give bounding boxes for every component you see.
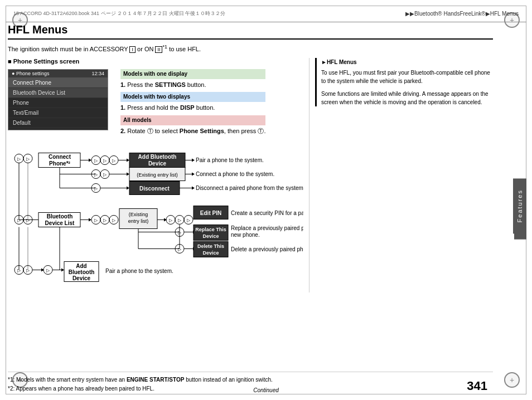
- svg-text:Bluetooth: Bluetooth: [47, 213, 73, 219]
- phone-screen-item-textemail: Text/Email: [8, 108, 108, 118]
- phone-screen-item-default: Default: [8, 118, 108, 128]
- phone-screen-item-bluetooth: Bluetooth Device List: [8, 88, 108, 98]
- main-content: HFL Menus The ignition switch must be in…: [8, 23, 493, 378]
- svg-text:new phone.: new phone.: [231, 232, 260, 238]
- svg-text:▷: ▷: [46, 268, 50, 273]
- svg-marker-54: [89, 218, 91, 222]
- svg-text:Create a security PIN for a pa: Create a security PIN for a paired phone…: [231, 210, 303, 216]
- intro-text: The ignition switch must be in ACCESSORY…: [8, 44, 493, 52]
- label-all-models: All models: [120, 115, 265, 125]
- corner-br: [504, 372, 520, 388]
- step1-one-display: 1. Press the SETTINGS button.: [120, 80, 265, 90]
- svg-text:Disconnect a paired phone from: Disconnect a paired phone from the syste…: [196, 185, 303, 191]
- svg-text:Pair a phone to the system.: Pair a phone to the system.: [105, 268, 173, 274]
- svg-text:(Existing: (Existing: [129, 212, 148, 217]
- svg-marker-8: [89, 159, 91, 162]
- svg-text:▷: ▷: [103, 172, 107, 177]
- svg-text:Connect: Connect: [49, 154, 71, 160]
- svg-text:▷: ▷: [17, 157, 21, 162]
- svg-text:Delete This: Delete This: [197, 243, 224, 249]
- two-col-layout: Phone Settings screen ● Phone settings 1…: [8, 58, 493, 293]
- svg-text:▷: ▷: [26, 157, 30, 162]
- svg-text:Pair a phone to the system.: Pair a phone to the system.: [196, 157, 264, 163]
- footer-notes: *1: Models with the smart entry system h…: [8, 372, 493, 393]
- svg-text:Delete a previously paired pho: Delete a previously paired phone.: [231, 246, 303, 252]
- svg-text:Device: Device: [202, 233, 219, 239]
- svg-text:Connect a phone to the system.: Connect a phone to the system.: [196, 171, 274, 177]
- svg-marker-41: [192, 187, 195, 190]
- svg-text:▷: ▷: [103, 158, 107, 163]
- svg-text:Edit PIN: Edit PIN: [200, 210, 221, 216]
- sidebar-note-text1: To use HFL, you must first pair your Blu…: [321, 69, 493, 85]
- svg-marker-28: [127, 173, 129, 176]
- svg-text:Add Bluetooth: Add Bluetooth: [138, 154, 177, 160]
- svg-text:▷: ▷: [94, 218, 98, 223]
- svg-text:Device: Device: [202, 250, 219, 256]
- footer-note2: *2: Appears when a phone has already bee…: [8, 384, 493, 393]
- step1-two-displays: 1. Press and hold the DISP button.: [120, 103, 265, 113]
- phone-screen-mockup: ● Phone settings 12:34 Connect Phone Blu…: [8, 69, 108, 130]
- svg-text:▷: ▷: [103, 218, 107, 223]
- svg-text:▷: ▷: [187, 218, 191, 223]
- svg-text:Device: Device: [72, 275, 91, 281]
- svg-text:Device List: Device List: [45, 220, 75, 226]
- label-one-display: Models with one display: [120, 69, 265, 79]
- svg-text:Add: Add: [76, 263, 86, 269]
- left-column: Phone Settings screen ● Phone settings 1…: [8, 58, 303, 293]
- svg-text:Replace This: Replace This: [195, 227, 226, 232]
- svg-marker-32: [192, 173, 195, 176]
- flow-diagram: ▷ ▷ Connect Phone*² ▷ ▷ ▷: [8, 140, 303, 291]
- page-number: 341: [467, 379, 487, 393]
- phone-screen-item-connect: Connect Phone: [8, 78, 108, 88]
- page-header: 15 ACCORD 4D-31T2A6200.book 341 ページ ２０１４…: [6, 6, 526, 22]
- svg-text:▷: ▷: [26, 268, 30, 273]
- phone-screen-item-phone: Phone: [8, 98, 108, 108]
- footer-note1: *1: Models with the smart entry system h…: [8, 375, 493, 384]
- svg-text:(Existing entry list): (Existing entry list): [137, 172, 178, 178]
- section-heading: Phone Settings screen: [8, 58, 303, 65]
- features-tab-sidebar: Features: [513, 178, 526, 233]
- svg-marker-21: [192, 159, 195, 162]
- sidebar-note: ►HFL Menus To use HFL, you must first pa…: [315, 58, 493, 106]
- right-column: ►HFL Menus To use HFL, you must first pa…: [309, 58, 493, 293]
- svg-text:▷: ▷: [94, 158, 98, 163]
- svg-text:Bluetooth: Bluetooth: [69, 269, 95, 275]
- svg-text:▷: ▷: [112, 158, 116, 163]
- svg-text:Device: Device: [148, 160, 167, 167]
- svg-text:▷: ▷: [178, 218, 182, 223]
- svg-text:entry list): entry list): [128, 218, 149, 224]
- step2-all-models: 2. Rotate Ⓣ to select Phone Settings, th…: [120, 126, 265, 136]
- svg-text:▷: ▷: [112, 218, 116, 223]
- page-title: HFL Menus: [8, 23, 493, 40]
- svg-text:Phone*²: Phone*²: [49, 160, 70, 167]
- svg-text:Disconnect: Disconnect: [139, 186, 170, 192]
- instructions: Models with one display 1. Press the SET…: [120, 69, 265, 136]
- continued-text: Continued: [253, 387, 279, 393]
- svg-text:▷: ▷: [169, 218, 173, 223]
- header-left: 15 ACCORD 4D-31T2A6200.book 341 ページ ２０１４…: [13, 10, 225, 17]
- phone-screen-header: ● Phone settings 12:34: [8, 70, 108, 78]
- sidebar-note-text2: Some functions are limited while driving…: [321, 90, 493, 106]
- label-two-displays: Models with two displays: [120, 92, 265, 102]
- svg-marker-16: [127, 159, 129, 162]
- svg-marker-37: [127, 187, 129, 190]
- svg-text:Replace a previously paired ph: Replace a previously paired phone with a: [231, 225, 303, 231]
- sidebar-note-title: ►HFL Menus: [321, 58, 493, 66]
- header-right: ▶▶Bluetooth® HandsFreeLink®▶HFL Menus: [405, 11, 519, 17]
